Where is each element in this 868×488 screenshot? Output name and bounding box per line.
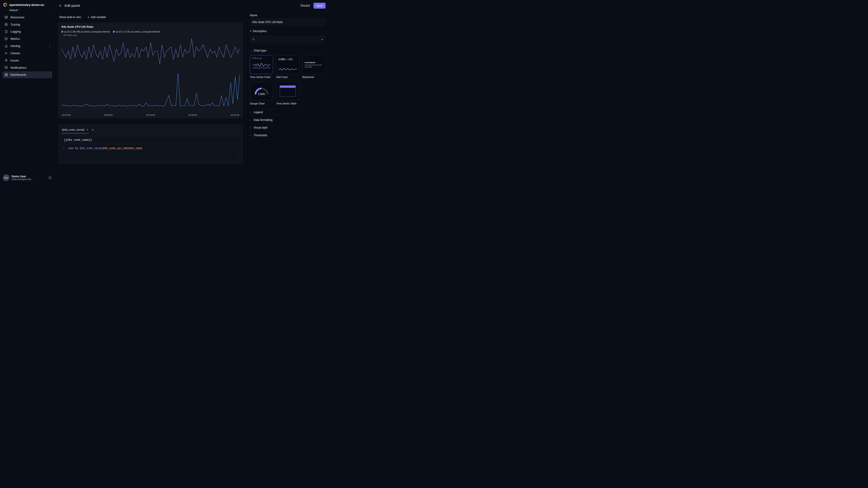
sidebar-item-label: Alerting [10,44,20,48]
sidebar-item-issues[interactable]: Issues [2,57,52,64]
query-name-input[interactable]: {{k8s_node_name}} [61,136,240,143]
section-legend[interactable]: › Legend [250,108,326,116]
save-button[interactable]: Save [313,3,326,9]
chart-type-thumb: 2.56% [250,82,273,100]
add-variable-button[interactable]: + Add variable [87,14,107,20]
bell-icon [4,44,8,48]
page-header: Edit panel Discard Save [55,1,329,11]
chart-type-thumb: Lorem ipsumlorem ipsum dolor sit amet, c… [303,55,326,74]
workspace-name: opentelemetry-demo-eu [9,3,44,7]
svg-rect-7 [5,75,6,76]
settings-search[interactable]: ✕ [250,36,326,43]
page-title: Edit panel [65,4,80,7]
plus-icon: + [250,30,252,33]
settings-panel: Name + Description ✕ ⌄ [246,11,329,185]
sidebar-item-metrics[interactable]: Metrics [2,35,52,42]
workspace-header[interactable]: opentelemetry-demo-eu [2,2,53,8]
svg-rect-8 [6,75,7,76]
sidebar-item-label: Logging [10,30,21,33]
chevron-down-icon: ⌄ [250,49,252,52]
sidebar-item-logging[interactable]: Logging [2,28,52,35]
svg-point-1 [6,24,7,25]
sidebar: opentelemetry-demo-eu Default ▾ Resource… [0,1,55,185]
tok-group: k8s_node_name [81,147,101,150]
section-visual-style[interactable]: › Visual style [250,124,326,131]
sidebar-item-label: Issues [10,59,19,62]
center-toolbar: Show built-in vars + Add variable [58,14,243,20]
show-built-in-vars-button[interactable]: Show built-in vars [58,14,82,20]
chevron-right-icon: › [250,134,252,137]
chart-type-time-series-table[interactable]: Time Series Table [276,82,299,105]
box-icon [4,15,8,19]
section-data-formatting[interactable]: › Data formatting [250,116,326,124]
bug-icon [4,59,8,62]
chart-type-stat[interactable]: 2.560 ms +42% Stat Chart [276,55,299,78]
back-button[interactable] [58,3,62,8]
chevron-down-icon: ▾ [18,9,19,11]
chevron-right-icon: › [250,119,252,121]
legend-item-0[interactable]: ip-10-1-36-245.eu-west-1.compute.interna… [61,30,110,33]
x-tick: 20:56:00 [104,113,113,116]
section-label: Legend [254,111,263,114]
workspace-env-selector[interactable]: Default ▾ [2,8,53,14]
chart-type-markdown[interactable]: Lorem ipsumlorem ipsum dolor sit amet, c… [303,55,326,78]
add-query-tab-button[interactable]: + [91,127,95,133]
arrow-down-icon: ↓ [61,34,63,37]
section-label: Data formatting [254,119,272,122]
sidebar-nav: Resources Tracing Logging Metrics Alerti… [2,14,53,78]
chart-legend: ip-10-1-36-245.eu-west-1.compute.interna… [61,30,240,33]
chart-type-thumb: 2.560 ms +42% [276,55,299,74]
close-icon[interactable]: ✕ [86,128,88,131]
workspace-env-label: Default [9,8,18,11]
svg-rect-9 [49,177,51,179]
svg-point-0 [5,23,7,26]
chart-type-label: Time Series Chart [250,76,273,78]
user-name: Demo User [12,175,33,178]
sidebar-item-label: Checks [10,52,20,55]
legend-item-1[interactable]: ip-10-1-5-181.eu-west-1.compute.internal [113,30,160,33]
chart-canvas[interactable] [61,37,240,112]
panel-name-input[interactable] [250,18,326,26]
tok-sum: sum [68,147,73,150]
section-thresholds[interactable]: › Thresholds [250,131,326,139]
sidebar-item-notifications[interactable]: Notifications [2,64,52,71]
mail-icon [4,66,8,70]
section-chart-type[interactable]: ⌄ Chart type [250,47,326,55]
chart-type-grid: 2.560 ms max Time Series Chart 2.560 ms … [250,55,326,108]
svg-rect-3 [6,59,7,61]
discard-button[interactable]: Discard [298,3,313,9]
x-tick: 21:32:00 [146,113,155,116]
tok-metric: k8s_node_cpu_utilization_ratio [103,147,141,150]
query-tab-0[interactable]: {{k8s_node_name}} ✕ [61,126,89,133]
query-editor-card: {{k8s_node_name}} ✕ + {{k8s_node_name}} … [58,124,243,164]
description-label: Description [253,30,267,33]
query-code-editor[interactable]: 1 sum by (k8s_node_name) (k8s_node_cpu_u… [61,145,240,160]
legend-color-icon [61,31,63,33]
svg-rect-4 [5,67,7,69]
chart-type-gauge[interactable]: 2.56% Gauge Chart [250,82,273,105]
sidebar-item-alerting[interactable]: Alerting ⌄ [2,42,52,49]
sidebar-item-checks[interactable]: Checks [2,50,52,57]
chart-type-label: Time Series Table [276,102,299,105]
clear-search-icon[interactable]: ✕ [321,38,323,41]
sidebar-item-tracing[interactable]: Tracing [2,21,52,28]
chart-type-time-series[interactable]: 2.560 ms max Time Series Chart [250,55,273,78]
metrics-icon [4,37,8,41]
collapse-sidebar-icon[interactable] [48,176,52,180]
avatar[interactable]: DU [3,174,9,181]
tok-by: by [75,147,78,150]
section-label: Thresholds [254,134,267,137]
user-email: peter.juentgen+de... [12,178,33,181]
preview-panel: K8s Node CPU Util Ratio ip-10-1-36-245.e… [58,23,243,118]
add-description-button[interactable]: + Description [250,29,326,36]
workspace-logo-icon [2,2,8,7]
sidebar-item-label: Notifications [10,66,26,69]
chart-type-thumb: 2.560 ms max [250,55,273,74]
sidebar-item-resources[interactable]: Resources [2,14,52,21]
sidebar-item-dashboards[interactable]: Dashboards [2,71,52,78]
query-tab-label: {{k8s_node_name}} [62,128,84,131]
search-input[interactable] [257,38,319,41]
name-field-label: Name [250,14,326,17]
svg-rect-5 [5,73,6,74]
legend-label: ip-10-1-36-245.eu-west-1.compute.interna… [64,30,110,33]
